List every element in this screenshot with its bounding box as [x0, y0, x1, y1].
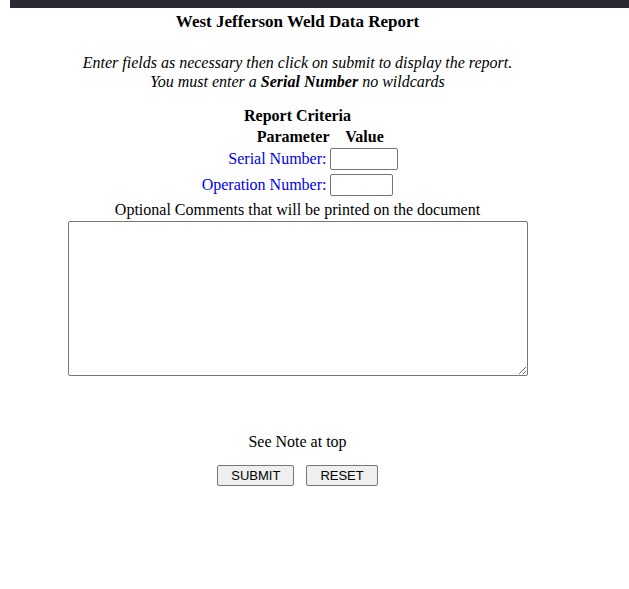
parameter-column-header: Parameter [196, 128, 330, 146]
window-chrome-bar [10, 0, 629, 8]
submit-button[interactable]: SUBMIT [217, 465, 294, 486]
instructions-line1: Enter fields as necessary then click on … [0, 53, 595, 72]
report-form: West Jefferson Weld Data Report Enter fi… [0, 12, 595, 486]
comments-textarea[interactable] [68, 221, 528, 376]
form-actions: SUBMIT RESET [0, 465, 595, 486]
value-column-header: Value [330, 128, 400, 146]
operation-number-input[interactable] [330, 174, 393, 196]
operation-number-row: Operation Number: [196, 172, 400, 198]
see-note-text: See Note at top [0, 432, 595, 451]
instructions-serial-number-emphasis: Serial Number [261, 73, 358, 90]
page-title: West Jefferson Weld Data Report [0, 12, 595, 32]
criteria-header-row: Parameter Value [196, 128, 400, 146]
comments-label: Optional Comments that will be printed o… [0, 200, 595, 219]
report-criteria-table: Report Criteria Parameter Value Serial N… [196, 106, 400, 198]
instructions-line2-prefix: You must enter a [150, 73, 261, 90]
serial-number-input[interactable] [330, 148, 398, 170]
report-criteria-caption: Report Criteria [196, 106, 400, 128]
serial-number-label[interactable]: Serial Number: [196, 146, 330, 172]
instructions: Enter fields as necessary then click on … [0, 53, 595, 91]
serial-number-row: Serial Number: [196, 146, 400, 172]
instructions-line2: You must enter a Serial Number no wildca… [0, 72, 595, 91]
operation-number-label[interactable]: Operation Number: [196, 172, 330, 198]
reset-button[interactable]: RESET [306, 465, 377, 486]
instructions-line2-suffix: no wildcards [358, 73, 445, 90]
